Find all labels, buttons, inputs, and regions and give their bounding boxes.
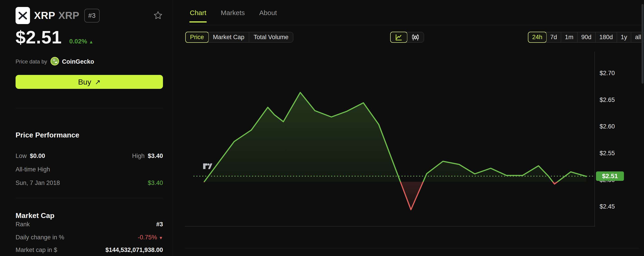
down-triangle-icon: ▼ <box>159 236 163 240</box>
range-24h[interactable]: 24h <box>528 32 546 43</box>
market-cap-heading: Market Cap <box>16 211 54 220</box>
buy-button[interactable]: Buy↗ <box>16 75 163 89</box>
coin-symbol: XRP <box>58 10 79 21</box>
bottom-divider <box>185 248 639 248</box>
range-90d[interactable]: 90d <box>577 32 595 42</box>
price-change: 0.02% ▲ <box>69 38 93 45</box>
y-axis-tick: $2.65 <box>600 97 615 103</box>
range-1m[interactable]: 1m <box>561 32 577 42</box>
coin-sidebar: XRP XRP #3 $2.51 0.02% ▲ Price data by C… <box>0 0 173 256</box>
low-high-row: Low $0.00 High $3.40 <box>16 152 163 159</box>
line-chart-icon <box>395 33 402 41</box>
y-axis-tick: $2.60 <box>600 123 615 130</box>
scrollbar-thumb[interactable] <box>642 4 644 84</box>
high-label: High <box>132 152 145 159</box>
y-axis-tick: $2.55 <box>600 150 615 157</box>
tab-about[interactable]: About <box>259 9 277 22</box>
ath-value-row: Sun, 7 Jan 2018 $3.40 <box>16 179 163 186</box>
current-price: $2.51 <box>16 27 62 48</box>
tradingview-logo-icon[interactable] <box>202 161 213 172</box>
high-value: $3.40 <box>148 152 163 159</box>
rank-label: Rank <box>16 221 30 228</box>
area-fill-up <box>204 93 586 210</box>
price-performance-heading: Price Performance <box>16 131 79 139</box>
price-row: $2.51 0.02% ▲ <box>16 27 93 48</box>
tab-bar: ChartMarketsAbout <box>189 9 277 22</box>
low-value: $0.00 <box>30 152 45 159</box>
daily-change-value: -0.75% ▼ <box>138 234 163 241</box>
coin-name: XRP <box>34 10 55 21</box>
coingecko-icon <box>50 57 59 67</box>
y-axis-tick: $2.45 <box>600 203 615 210</box>
main-panel: ChartMarketsAbout PriceMarket CapTotal V… <box>173 0 644 256</box>
coin-header: XRP XRP #3 <box>16 7 163 24</box>
up-triangle-icon: ▲ <box>89 39 93 44</box>
divider <box>16 108 163 108</box>
line-chart-icon[interactable] <box>390 32 407 43</box>
daily-change-row: Daily change in % -0.75% ▼ <box>16 234 163 241</box>
ath-label-row: All-time High <box>16 166 163 173</box>
tab-bar-border <box>189 25 644 25</box>
time-range-toggle: 24h7d1m90d180d1yall <box>528 32 644 42</box>
candlestick-icon[interactable] <box>407 32 424 42</box>
tab-markets[interactable]: Markets <box>220 9 245 22</box>
market-cap-row: Market cap in $ $144,532,071,938.00 <box>16 247 163 254</box>
range-7d[interactable]: 7d <box>546 32 561 42</box>
metric-total-volume[interactable]: Total Volume <box>249 32 293 42</box>
xrp-logo-icon <box>16 7 30 24</box>
ath-label: All-time High <box>16 166 50 173</box>
tab-chart[interactable]: Chart <box>189 9 207 22</box>
range-180d[interactable]: 180d <box>595 32 617 42</box>
divider <box>16 198 163 198</box>
price-data-attribution: Price data by CoinGecko <box>16 57 94 67</box>
range-1y[interactable]: 1y <box>617 32 631 42</box>
metric-market-cap[interactable]: Market Cap <box>208 32 249 42</box>
metric-toggle: PriceMarket CapTotal Volume <box>186 32 293 42</box>
low-label: Low <box>16 152 27 159</box>
ath-date: Sun, 7 Jan 2018 <box>16 179 60 186</box>
metric-price[interactable]: Price <box>185 32 209 43</box>
price-chart-svg[interactable]: $2.70$2.65$2.60$2.55$2.50$2.4514:3317:33… <box>185 52 644 230</box>
ath-value: $3.40 <box>148 179 163 186</box>
candlestick-icon <box>412 33 419 41</box>
coingecko-name: CoinGecko <box>62 58 94 65</box>
rank-row: Rank #3 <box>16 221 163 228</box>
y-axis-tick: $2.70 <box>600 70 615 77</box>
chart-type-toggle <box>390 32 424 42</box>
attribution-label: Price data by <box>16 58 47 65</box>
current-price-badge-label: $2.51 <box>602 173 618 179</box>
arrow-up-right-icon: ↗ <box>95 78 100 86</box>
favorite-star-icon[interactable] <box>153 10 163 21</box>
market-cap-label: Market cap in $ <box>16 247 57 254</box>
market-cap-value: $144,532,071,938.00 <box>106 247 163 254</box>
rank-value: #3 <box>156 221 163 228</box>
price-chart[interactable]: $2.70$2.65$2.60$2.55$2.50$2.4514:3317:33… <box>185 52 644 230</box>
rank-badge: #3 <box>84 9 100 22</box>
daily-change-label: Daily change in % <box>16 234 64 241</box>
